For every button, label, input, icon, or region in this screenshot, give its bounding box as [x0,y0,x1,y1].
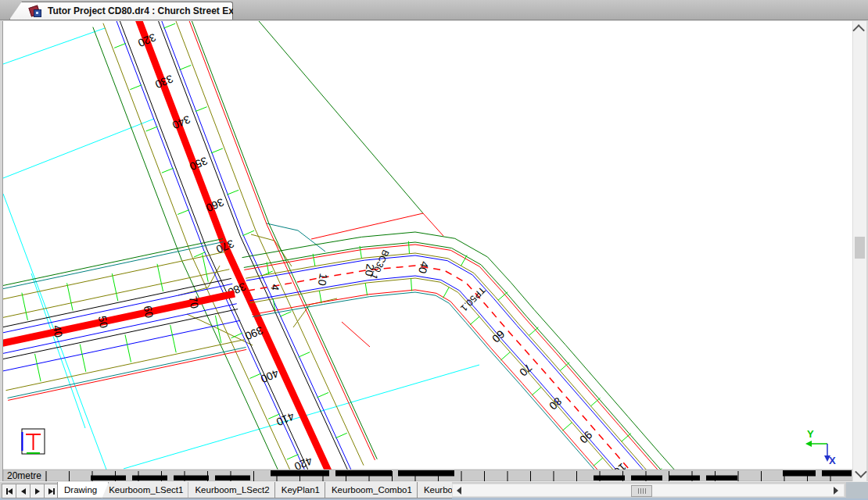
document-tab[interactable]: Tutor Project CD80.dr4 : Church Street E… [9,2,233,20]
scale-bar: 20metre [3,470,853,481]
sheet-tabs: DrawingKeurboom_LSect1Keurboom_LSect2Key… [57,482,452,498]
chainage-label: 80 [547,395,564,412]
drawing-canvas[interactable]: 3203303403503603703803904004104204050607… [3,21,853,481]
scroll-down-button[interactable] [853,466,866,480]
first-sheet-button[interactable] [2,484,16,498]
chainage-label: 40 [416,260,432,275]
chainage-label: 70 [187,295,201,309]
chainage-label: 10 [316,273,330,287]
chainage-label: 40 [51,324,65,338]
document-tab-title: Tutor Project CD80.dr4 : Church Street E… [48,5,237,16]
scroll-right-button[interactable] [830,484,842,496]
sheet-tab-keyplan1[interactable]: KeyPlan1 [274,482,332,498]
horizontal-scrollbar-thumb[interactable] [631,485,652,497]
drawing-viewport[interactable]: 3203303403503603703803904004104204050607… [2,21,852,481]
document-tab-bar: Tutor Project CD80.dr4 : Church Street E… [0,0,868,20]
road-vertical: 320330340350360370380390400410420 [93,21,377,481]
scale-label: 20metre [7,470,41,481]
sheet-tab-keurboom_lsect1[interactable]: Keurboom_LSect1 [102,482,195,498]
chevron-up-icon [852,24,865,37]
chainage-label: 50 [96,315,110,329]
triangle-right-icon [834,487,838,495]
sheet-tab-bar: DrawingKeurboom_LSect1Keurboom_LSect2Key… [0,481,868,500]
close-tab-icon[interactable]: × [246,6,253,16]
sheet-tab-keurboom_combo1[interactable]: Keurboom_Combo1 [325,482,424,498]
sheet-tab-keurbo[interactable]: Keurbo [417,482,452,498]
vertical-scrollbar-thumb[interactable] [855,237,865,259]
chainage-label: 60 [142,305,156,319]
prev-sheet-button[interactable] [16,484,30,498]
scroll-left-button[interactable] [453,484,465,496]
svg-text:X: X [829,455,836,466]
chainage-label: 390 [243,324,265,343]
vertical-scrollbar[interactable] [852,21,866,481]
scrollbar-corner [846,482,868,498]
svg-text:Y: Y [807,428,814,440]
sheet-nav-buttons [2,484,58,497]
chainage-label: 320 [136,31,158,50]
scroll-up-button[interactable] [853,23,866,36]
axis-indicator: YX [805,428,836,466]
horizontal-scrollbar[interactable] [452,484,845,497]
legend-symbol [22,429,45,454]
chainage-label: 4 [268,284,282,292]
next-sheet-button[interactable] [30,484,45,498]
sheet-tab-drawing[interactable]: Drawing [57,482,109,498]
chevron-down-icon [855,466,867,478]
road-curved: 41020BC30.140TP50.160708090100 [242,232,683,481]
drawing-document-icon [29,5,41,17]
chainage-label: 410 [274,410,296,429]
triangle-left-icon [457,487,461,495]
sheet-tab-keurboom_lsect2[interactable]: Keurboom_LSect2 [188,482,281,498]
